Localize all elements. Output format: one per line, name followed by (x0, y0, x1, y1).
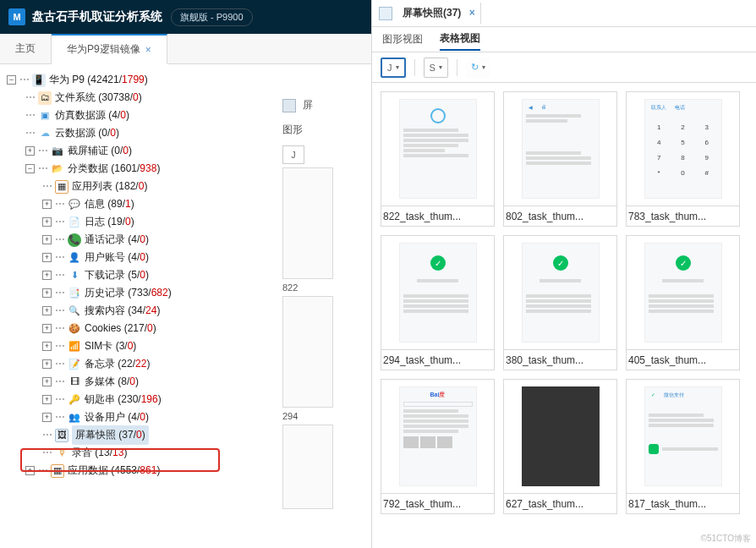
tree-sim[interactable]: +⋯📶SIM卡 (3/0) (7, 337, 368, 355)
doc-icon: 📄 (68, 216, 81, 229)
device-icon: 📱 (32, 74, 46, 87)
tree-user-account[interactable]: +⋯👤用户账号 (4/0) (7, 249, 368, 266)
thumbnail-cell[interactable]: ✓ 405_task_thum... (626, 235, 740, 370)
expander-icon[interactable]: + (42, 342, 52, 351)
expander-icon[interactable]: + (42, 324, 52, 333)
tab-huawei-p9-label: 华为P9逻辑镜像 (67, 42, 140, 57)
note-icon: 📝 (68, 358, 81, 371)
tab-home[interactable]: 主页 (0, 34, 52, 63)
tree-keychain[interactable]: +⋯🔑钥匙串 (230/196) (7, 391, 368, 408)
view-mode-s-button[interactable]: S▾ (424, 58, 448, 78)
tree-app-data[interactable]: +⋯▦应用数据 (4553/861) (7, 462, 368, 480)
expander-icon[interactable]: + (42, 271, 52, 280)
subtab-graph-view[interactable]: 图形视图 (382, 29, 423, 50)
thumbnail-image: ✓ (503, 235, 617, 350)
tree-fake-source[interactable]: ⋯▣仿真数据源 (4/0) (7, 107, 368, 124)
dialpad-icon: 123456789*0# (649, 121, 718, 179)
thumbnail-caption: 822_task_thum... (381, 206, 495, 227)
app-title: 盘古石手机取证分析系统 (32, 9, 162, 25)
view-mode-j-button[interactable]: J▾ (381, 58, 406, 78)
thumbnail-caption: 405_task_thum... (626, 350, 740, 370)
thumbnail-caption: 802_task_thum... (503, 206, 617, 227)
users-icon: 👥 (68, 411, 81, 425)
refresh-button[interactable]: ↻▾ (466, 58, 490, 78)
tree-cookies[interactable]: +⋯🍪Cookies (217/0) (7, 320, 368, 337)
tree-area[interactable]: −⋯📱华为 P9 (42421/1799) ⋯🗂文件系统 (30738/0) ⋯… (0, 64, 371, 548)
right-panel: 屏幕快照(37) × 图形视图 表格视图 J▾ S▾ ↻▾ 822_task_t… (372, 0, 756, 548)
search-icon: 🔍 (68, 304, 81, 318)
expander-icon[interactable]: + (42, 377, 52, 386)
tree-device-user[interactable]: +⋯👥设备用户 (4/0) (7, 408, 368, 426)
expander-icon[interactable]: + (42, 235, 52, 244)
expander-icon[interactable]: + (42, 253, 52, 262)
thumbnail-image: ✓ (626, 235, 740, 350)
expander-icon[interactable]: − (25, 164, 35, 173)
close-icon[interactable]: × (145, 44, 151, 56)
key-icon: 🔑 (68, 393, 81, 407)
success-check-icon: ✓ (430, 255, 446, 271)
content-tab-screenshot[interactable]: 屏幕快照(37) × (397, 3, 481, 24)
expander-icon[interactable]: + (42, 413, 52, 422)
wechat-icon (649, 444, 659, 454)
tree-audio[interactable]: ⋯🎙录音 (13/13) (7, 444, 368, 462)
tree-screenshot[interactable]: ⋯🖼屏幕快照 (37/0) (7, 426, 368, 444)
tree-media[interactable]: +⋯🎞多媒体 (8/0) (7, 373, 368, 391)
thumbnail-cell[interactable]: 627_task_thum... (503, 379, 617, 514)
tree-history[interactable]: +⋯📑历史记录 (733/682) (7, 284, 368, 302)
thumbnail-cell[interactable]: ✓微信支付 817_task_thum... (626, 379, 740, 514)
tree-search[interactable]: +⋯🔍搜索内容 (34/24) (7, 302, 368, 320)
tree-messages[interactable]: +⋯💬信息 (89/1) (7, 195, 368, 213)
subtab-table-view[interactable]: 表格视图 (440, 28, 480, 51)
thumbnail-cell[interactable]: Bai度 792_task_thum... (381, 379, 495, 514)
expander-icon[interactable]: + (42, 217, 52, 227)
tree-app-list[interactable]: ⋯▦应用列表 (182/0) (7, 178, 368, 195)
tree-call-records[interactable]: +⋯📞通话记录 (4/0) (7, 231, 368, 249)
thumbnail-image: ◀🖨 (503, 91, 617, 206)
baidu-logo-icon: Bai (430, 392, 440, 397)
expander-icon[interactable]: + (25, 146, 35, 156)
thumbnail-cell[interactable]: ✓ 294_task_thum... (381, 235, 495, 370)
thumbnail-caption: 817_task_thum... (626, 494, 740, 514)
thumbnail-grid[interactable]: 822_task_thum... ◀🖨 802_task_thum... 联系人… (372, 83, 756, 548)
thumbnail-image: 联系人电话123456789*0# (626, 91, 740, 206)
film-icon: 🎞 (68, 375, 81, 389)
expander-icon[interactable]: + (42, 359, 52, 369)
expander-icon[interactable]: + (42, 200, 52, 209)
screenshot-icon: 🖼 (55, 429, 68, 442)
thumbnail-cell[interactable]: ✓ 380_task_thum... (503, 235, 617, 370)
expander-icon[interactable]: + (42, 395, 52, 404)
content-tab-row: 屏幕快照(37) × (372, 0, 756, 27)
thumbnail-cell[interactable]: ◀🖨 802_task_thum... (503, 91, 617, 227)
close-icon[interactable]: × (469, 7, 475, 19)
tree-screencap[interactable]: +⋯📷截屏辅证 (0/0) (7, 142, 368, 160)
download-icon: ⬇ (68, 269, 81, 282)
tree-category-data[interactable]: −⋯📂分类数据 (1601/938) (7, 160, 368, 178)
tree-cloud-source[interactable]: ⋯☁云数据源 (0/0) (7, 124, 368, 142)
app-logo-icon: M (8, 8, 25, 25)
thumbnail-caption: 792_task_thum... (381, 494, 495, 514)
tree-filesystem[interactable]: ⋯🗂文件系统 (30738/0) (7, 89, 368, 107)
thumbnail-image: ✓微信支付 (626, 379, 740, 494)
expander-icon[interactable]: + (25, 466, 35, 475)
history-icon: 📑 (68, 287, 81, 300)
expander-icon[interactable]: + (42, 306, 52, 315)
grid-icon: ▦ (51, 464, 64, 478)
thumbnail-image: ✓ (381, 235, 495, 350)
chat-icon: 💬 (68, 198, 81, 211)
tree-root[interactable]: −⋯📱华为 P9 (42421/1799) (7, 71, 368, 89)
thumbnail-cell[interactable]: 822_task_thum... (381, 91, 495, 227)
thumbnail-caption: 294_task_thum... (381, 350, 495, 370)
edition-badge: 旗舰版 - P9900 (171, 8, 253, 26)
cloud-icon: ☁ (38, 127, 52, 140)
tree-memo[interactable]: +⋯📝备忘录 (22/22) (7, 355, 368, 373)
refresh-icon: ↻ (471, 62, 479, 73)
tab-huawei-p9[interactable]: 华为P9逻辑镜像 × (52, 34, 167, 64)
expander-icon[interactable]: − (7, 75, 16, 85)
separator (457, 59, 457, 76)
chevron-icon: ⋯ (19, 71, 29, 89)
tree-download[interactable]: +⋯⬇下载记录 (5/0) (7, 266, 368, 284)
tree-logs[interactable]: +⋯📄日志 (19/0) (7, 213, 368, 231)
success-check-icon: ✓ (676, 255, 691, 271)
thumbnail-cell[interactable]: 联系人电话123456789*0# 783_task_thum... (626, 91, 740, 227)
expander-icon[interactable]: + (42, 288, 52, 298)
